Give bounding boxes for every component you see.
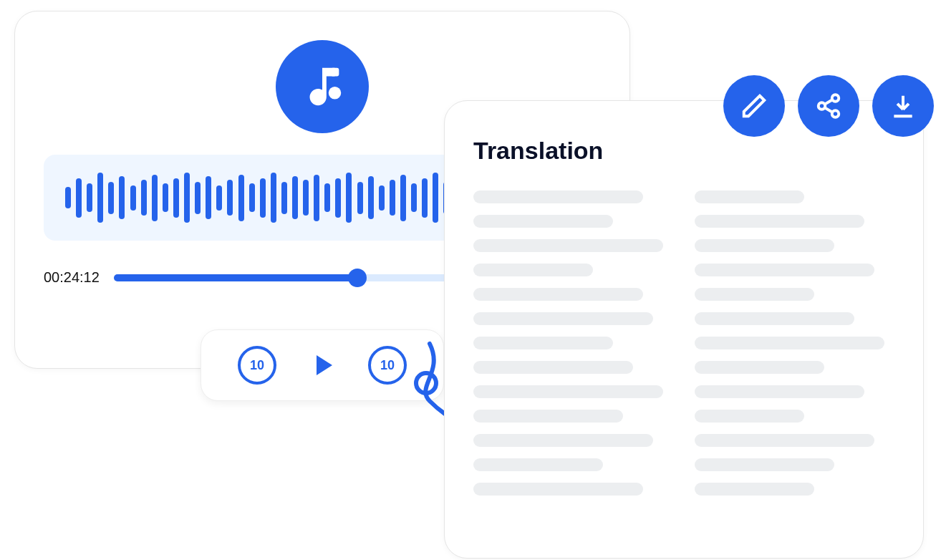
download-icon — [889, 92, 917, 120]
edit-button[interactable] — [723, 75, 785, 137]
waveform-bar — [195, 182, 201, 214]
waveform-bar — [433, 173, 438, 223]
waveform-bar — [216, 185, 222, 211]
waveform-bar — [163, 183, 168, 212]
skip-forward-button[interactable]: 10 — [368, 346, 407, 385]
text-line-placeholder — [473, 385, 663, 398]
text-line-placeholder — [695, 434, 874, 447]
text-line-placeholder — [473, 190, 643, 203]
text-line-placeholder — [695, 410, 804, 423]
waveform-bar — [227, 180, 233, 216]
waveform-bar — [271, 173, 276, 223]
waveform-bar — [87, 183, 92, 212]
svg-point-3 — [832, 95, 839, 102]
waveform-bar — [379, 185, 385, 211]
text-line-placeholder — [473, 434, 653, 447]
waveform-bar — [357, 182, 363, 214]
svg-point-0 — [329, 87, 342, 100]
svg-line-7 — [825, 107, 833, 112]
waveform-bar — [173, 178, 179, 218]
text-line-placeholder — [695, 288, 814, 301]
text-line-placeholder — [695, 385, 864, 398]
progress-fill — [114, 274, 357, 281]
waveform-bar — [119, 176, 125, 219]
translation-card: Translation — [444, 100, 924, 559]
play-button[interactable] — [305, 348, 339, 382]
waveform-bar — [400, 175, 406, 221]
translation-title: Translation — [473, 137, 894, 165]
text-line-placeholder — [695, 337, 884, 349]
text-line-placeholder — [695, 361, 824, 374]
waveform-bar — [206, 176, 211, 219]
waveform-bar — [141, 180, 147, 216]
pencil-icon — [740, 92, 768, 120]
waveform-bar — [65, 187, 71, 208]
waveform-bar — [422, 178, 428, 218]
text-line-placeholder — [473, 361, 633, 374]
waveform-bar — [324, 183, 330, 212]
skip-back-label: 10 — [250, 358, 264, 373]
text-line-placeholder — [473, 410, 623, 423]
waveform-bar — [314, 175, 319, 221]
text-line-placeholder — [473, 239, 663, 252]
text-line-placeholder — [473, 458, 603, 471]
time-label: 00:24:12 — [44, 269, 100, 286]
waveform-bar — [411, 183, 417, 212]
waveform-bar — [152, 175, 158, 221]
text-line-placeholder — [695, 312, 854, 325]
text-line-placeholder — [473, 337, 613, 349]
text-line-placeholder — [473, 288, 643, 301]
waveform-bar — [292, 176, 298, 219]
progress-thumb[interactable] — [348, 269, 367, 287]
translation-column-left — [473, 190, 673, 496]
download-button[interactable] — [872, 75, 934, 137]
translation-column-right — [695, 190, 894, 496]
text-line-placeholder — [473, 215, 613, 228]
text-line-placeholder — [695, 190, 804, 203]
svg-line-6 — [825, 100, 833, 104]
waveform-bar — [303, 180, 309, 216]
skip-forward-label: 10 — [380, 358, 395, 373]
skip-back-button[interactable]: 10 — [238, 346, 276, 385]
svg-point-5 — [832, 110, 839, 117]
waveform-bar — [260, 178, 266, 218]
playback-controls: 10 10 — [201, 329, 444, 401]
translation-columns — [473, 190, 894, 496]
share-icon — [815, 92, 842, 120]
text-line-placeholder — [473, 483, 643, 496]
text-line-placeholder — [695, 239, 834, 252]
text-line-placeholder — [473, 312, 653, 325]
svg-rect-1 — [331, 68, 339, 77]
waveform-bar — [184, 173, 190, 223]
waveform-bar — [281, 182, 287, 214]
waveform-bar — [130, 185, 136, 211]
waveform-bar — [368, 176, 374, 219]
waveform-bar — [346, 173, 352, 223]
text-line-placeholder — [695, 483, 814, 496]
text-line-placeholder — [695, 264, 874, 276]
waveform-bar — [249, 183, 255, 212]
svg-point-4 — [819, 102, 826, 110]
waveform-bar — [390, 180, 395, 216]
text-line-placeholder — [695, 215, 864, 228]
action-buttons-row — [723, 75, 934, 137]
waveform-bar — [335, 178, 341, 218]
waveform-bar — [108, 182, 114, 214]
text-line-placeholder — [695, 458, 834, 471]
waveform-bar — [76, 178, 82, 218]
waveform-bar — [238, 175, 244, 221]
music-icon — [276, 40, 369, 133]
waveform-bar — [97, 173, 103, 223]
text-line-placeholder — [473, 264, 593, 276]
share-button[interactable] — [798, 75, 859, 137]
